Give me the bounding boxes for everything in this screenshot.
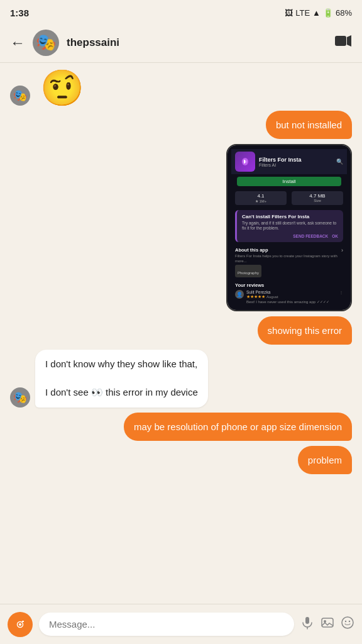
message-row: but not installed xyxy=(10,111,352,139)
svg-rect-4 xyxy=(245,160,246,163)
stat-size: 4.7 MB Size xyxy=(292,191,343,205)
signal-icon: ▲ xyxy=(312,8,321,18)
mic-button[interactable] xyxy=(300,616,314,633)
contact-avatar: 🎭 xyxy=(33,30,59,56)
back-button[interactable]: ← xyxy=(10,34,25,52)
phone-screenshot: Filters For Insta Filters AI 🔍 Install 4… xyxy=(226,144,352,311)
svg-point-7 xyxy=(19,623,21,626)
sticker-button[interactable] xyxy=(341,616,354,633)
ok-btn: OK xyxy=(332,234,338,238)
svg-rect-0 xyxy=(335,36,346,46)
received-bubble: I don't know why they show like that, I … xyxy=(35,350,208,408)
message-row: may be resolution of phone or app size d… xyxy=(10,413,352,441)
lte-label: LTE xyxy=(295,8,310,18)
play-store-header: Filters For Insta Filters AI 🔍 xyxy=(231,149,347,174)
error-desc: Try again, and if it still doesn't work,… xyxy=(242,221,338,231)
battery-percent: 68% xyxy=(336,8,352,18)
send-feedback-btn: SEND FEEDBACK xyxy=(293,234,328,238)
svg-rect-3 xyxy=(244,160,245,164)
reviewer-avatar: 👤 xyxy=(235,290,244,299)
app-icon xyxy=(235,152,255,172)
svg-point-14 xyxy=(345,620,346,621)
error-actions: SEND FEEDBACK OK xyxy=(242,234,338,238)
message-row: 🎭 I don't know why they show like that, … xyxy=(10,350,352,408)
sent-bubble: showing this error xyxy=(258,316,352,345)
reviews-section: Your reviews 👤 Sulit Perezka ⋮ ★★★★★ Aug… xyxy=(231,280,347,306)
stats-row: 4.1 ★ 1M+ 4.7 MB Size xyxy=(231,189,347,208)
about-arrow: › xyxy=(341,247,343,253)
chat-header: ← 🎭 thepssaini xyxy=(0,23,362,63)
input-bar xyxy=(0,604,362,644)
about-text: Filters For Insta helps you to create yo… xyxy=(235,254,343,264)
review-text: Best! I have never used this amazing app… xyxy=(246,299,343,304)
sender-avatar: 🎭 xyxy=(10,86,30,106)
svg-rect-9 xyxy=(305,617,309,624)
review-date: August xyxy=(266,295,278,299)
error-title: Can't install Filters For Insta xyxy=(242,214,338,219)
status-time: 1:38 xyxy=(10,8,29,18)
emoji-message: 🤨 xyxy=(40,70,84,106)
svg-marker-1 xyxy=(347,35,351,47)
chat-area: 🎭 🤨 but not installed Filters For Insta … xyxy=(0,63,362,604)
message-input[interactable] xyxy=(39,613,294,636)
search-icon: 🔍 xyxy=(336,158,343,165)
svg-rect-8 xyxy=(22,621,24,622)
more-options-icon: ⋮ xyxy=(339,290,343,294)
about-section: About this app › Filters For Insta helps… xyxy=(231,245,347,280)
contact-name: thepssaini xyxy=(67,36,334,49)
screenshot-section: Filters For Insta Filters AI 🔍 Install 4… xyxy=(226,144,352,311)
app-sub: Filters AI xyxy=(259,163,332,167)
error-box: Can't install Filters For Insta Try agai… xyxy=(235,210,343,242)
received-text-1: I don't know why they show like that, xyxy=(45,358,197,369)
status-bar: 1:38 🖼 LTE ▲ 🔋 68% xyxy=(0,0,362,23)
video-call-button[interactable] xyxy=(334,34,352,52)
reviewer-name: Sulit Perezka xyxy=(246,290,270,294)
sent-bubble: may be resolution of phone or app size d… xyxy=(124,413,352,441)
sent-bubble: but not installed xyxy=(266,111,352,139)
svg-point-15 xyxy=(349,620,350,621)
message-row: showing this error xyxy=(10,316,352,345)
reviews-title: Your reviews xyxy=(235,282,343,288)
category-tag: Photography xyxy=(235,265,261,277)
status-icons: 🖼 LTE ▲ 🔋 68% xyxy=(285,8,352,18)
stat-rating: 4.1 ★ 1M+ xyxy=(235,191,287,205)
sender-avatar: 🎭 xyxy=(10,387,30,408)
about-title: About this app xyxy=(235,247,268,253)
message-row: problem xyxy=(10,446,352,474)
app-title: Filters For Insta xyxy=(259,157,332,163)
notification-icon: 🖼 xyxy=(285,8,293,18)
review-stars: ★★★★★ xyxy=(246,294,265,299)
battery-charging-icon: 🔋 xyxy=(323,8,333,18)
received-text-2: I don't see 👀 this error in my device xyxy=(45,387,198,397)
message-row: 🎭 🤨 xyxy=(10,70,352,106)
review-row: 👤 Sulit Perezka ⋮ ★★★★★ August Best! I h… xyxy=(235,290,343,304)
camera-button[interactable] xyxy=(8,612,33,637)
svg-point-13 xyxy=(342,617,353,628)
install-button: Install xyxy=(237,177,341,186)
sent-bubble: problem xyxy=(298,446,352,474)
image-button[interactable] xyxy=(321,616,334,633)
